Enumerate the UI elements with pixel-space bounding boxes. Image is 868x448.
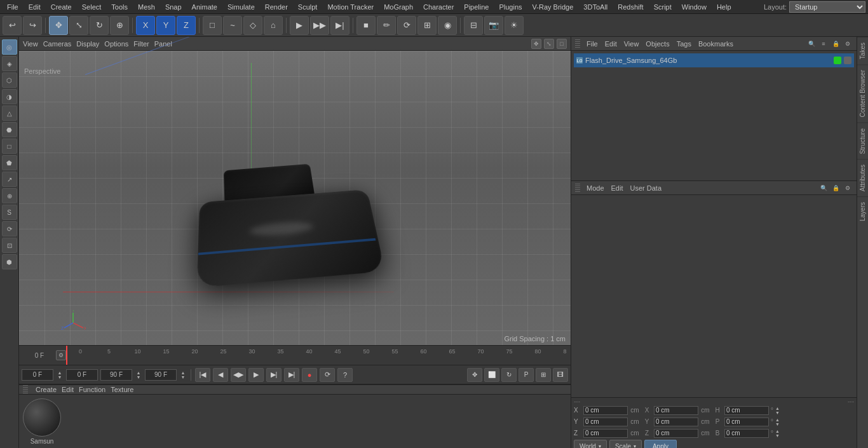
light-button[interactable]: ☀ <box>505 16 524 35</box>
attr-lock-icon[interactable]: 🔒 <box>831 183 841 193</box>
end-spin-down-2[interactable]: ▼ <box>181 375 186 379</box>
left-icon-13[interactable]: ⬢ <box>2 254 17 269</box>
left-icon-5[interactable]: ⬣ <box>2 122 17 137</box>
layout-dropdown[interactable]: Startup <box>789 1 865 13</box>
timeline-settings-btn[interactable]: ⚙ <box>56 350 66 360</box>
current-frame-field[interactable]: 0 F <box>66 369 98 381</box>
viewport[interactable]: View Cameras Display Options Filter Pane… <box>19 37 571 345</box>
attr-menu-mode[interactable]: Mode <box>583 184 607 192</box>
loop-button[interactable]: ⟳ <box>397 16 416 35</box>
attr-menu-user-data[interactable]: User Data <box>627 184 665 192</box>
render-view-button[interactable]: ▶ <box>290 16 309 35</box>
start-spin-down[interactable]: ▼ <box>58 375 62 379</box>
end-frame-spin-2[interactable]: ▲ ▼ <box>179 369 187 381</box>
timeline[interactable]: 0 F ⚙ 0 5 10 15 20 25 30 35 40 45 50 55 … <box>19 345 571 365</box>
pb-render-icon[interactable]: 🎞 <box>553 368 568 382</box>
menu-character[interactable]: Character <box>419 2 458 12</box>
step-forward-button[interactable]: ▶| <box>266 368 281 382</box>
obj-menu-file[interactable]: File <box>583 40 601 48</box>
b-spin-up[interactable]: ▲ <box>775 429 782 433</box>
render-to-po-button[interactable]: ▶| <box>330 16 349 35</box>
axis-z-button[interactable]: Z <box>177 16 196 35</box>
subdivide-button[interactable]: ⊞ <box>417 16 437 35</box>
menu-script[interactable]: Script <box>649 2 676 12</box>
obj-menu-edit[interactable]: Edit <box>602 40 620 48</box>
vp-corner-btn-1[interactable]: ✥ <box>531 39 541 49</box>
attr-search-icon[interactable]: 🔍 <box>818 183 829 193</box>
go-to-end-button[interactable]: ▶| <box>284 368 299 382</box>
start-frame-field[interactable]: 0 F <box>22 369 53 381</box>
menu-window[interactable]: Window <box>677 2 711 12</box>
coord-b-spin[interactable]: ▲ ▼ <box>775 429 782 438</box>
left-icon-3[interactable]: ◑ <box>2 89 17 104</box>
coord-x-pos[interactable]: 0 cm <box>583 406 628 415</box>
side-tab-layers[interactable]: Layers <box>857 196 868 226</box>
vp-corner-btn-2[interactable]: ⤡ <box>544 39 554 49</box>
grid-button[interactable]: ⊟ <box>464 16 483 35</box>
left-icon-7[interactable]: ⬟ <box>2 155 17 170</box>
attr-settings-icon[interactable]: ⚙ <box>843 183 853 193</box>
pb-pos-tool[interactable]: P <box>519 368 534 382</box>
vp-corner-btn-3[interactable]: □ <box>557 39 567 49</box>
h-spin-down[interactable]: ▼ <box>775 411 782 415</box>
mat-menu-texture[interactable]: Texture <box>111 386 133 393</box>
menu-simulate[interactable]: Simulate <box>223 2 259 12</box>
left-icon-12[interactable]: ⊡ <box>2 238 17 253</box>
coord-h-size[interactable]: 0 cm <box>724 406 769 415</box>
vp-menu-filter[interactable]: Filter <box>133 40 149 48</box>
obj-menu-bookmarks[interactable]: Bookmarks <box>695 40 736 48</box>
render-all-button[interactable]: ▶▶ <box>310 16 329 35</box>
play-button[interactable]: ▶ <box>248 368 264 382</box>
coord-h-spin[interactable]: ▲ ▼ <box>775 406 782 415</box>
menu-plugins[interactable]: Plugins <box>494 2 526 12</box>
world-button[interactable]: World ▾ <box>574 440 607 448</box>
menu-redshift[interactable]: Redshift <box>613 2 648 12</box>
menu-render[interactable]: Render <box>261 2 292 12</box>
help-button[interactable]: ? <box>337 368 353 382</box>
object-row-flash-drive[interactable]: L0 Flash_Drive_Samsung_64Gb <box>574 53 854 67</box>
camera-button[interactable]: 📷 <box>484 16 503 35</box>
end-frame-spin[interactable]: ▲ ▼ <box>135 369 142 381</box>
menu-sculpt[interactable]: Sculpt <box>294 2 322 12</box>
left-icon-11[interactable]: ⟳ <box>2 221 17 236</box>
transform-tool-button[interactable]: ⊕ <box>110 16 129 35</box>
coord-z-pos[interactable]: 0 cm <box>583 429 628 438</box>
start-frame-spin[interactable]: ▲ ▼ <box>56 369 64 381</box>
coord-b-size[interactable]: 0 cm <box>724 429 769 438</box>
vp-menu-display[interactable]: Display <box>76 40 99 48</box>
step-back-button[interactable]: ◀ <box>213 368 228 382</box>
menu-vray[interactable]: V-Ray Bridge <box>528 2 578 12</box>
side-tab-takes[interactable]: Takes <box>857 37 868 64</box>
timeline-scrubber[interactable]: 0 5 10 15 20 25 30 35 40 45 50 55 60 65 … <box>66 346 567 365</box>
left-icon-0[interactable]: ◎ <box>2 39 17 55</box>
deform-button[interactable]: ⌂ <box>264 16 283 35</box>
usb-flash-drive[interactable] <box>173 159 377 286</box>
b-spin-down[interactable]: ▼ <box>775 433 782 438</box>
obj-search-icon[interactable]: 🔍 <box>806 39 817 49</box>
end-spin-down[interactable]: ▼ <box>137 375 141 379</box>
pen-button[interactable]: ✏ <box>377 16 396 35</box>
obj-menu-tags[interactable]: Tags <box>674 40 695 48</box>
menu-animate[interactable]: Animate <box>187 2 222 12</box>
move-tool-button[interactable]: ✥ <box>49 16 68 35</box>
paint-button[interactable]: ◉ <box>438 16 457 35</box>
obj-menu-objects[interactable]: Objects <box>642 40 672 48</box>
p-spin-up[interactable]: ▲ <box>775 417 782 422</box>
pb-grid-tool[interactable]: ⊞ <box>536 368 551 382</box>
left-icon-9[interactable]: ⊕ <box>2 188 17 203</box>
apply-button[interactable]: Apply <box>644 440 677 448</box>
object-mode-button[interactable]: □ <box>203 16 222 35</box>
loop-button[interactable]: ⟳ <box>320 368 335 382</box>
undo-button[interactable]: ↩ <box>3 16 22 35</box>
end-spin-up[interactable]: ▲ <box>137 370 141 375</box>
mat-menu-create[interactable]: Create <box>36 386 57 393</box>
obj-status-green[interactable] <box>834 57 841 64</box>
vp-menu-cameras[interactable]: Cameras <box>43 40 72 48</box>
left-icon-4[interactable]: △ <box>2 105 17 121</box>
nurbs-button[interactable]: ◇ <box>243 16 262 35</box>
menu-tools[interactable]: Tools <box>107 2 132 12</box>
coord-x-rot[interactable]: 0 cm <box>654 406 698 415</box>
pb-scale-tool[interactable]: ⬜ <box>484 368 499 382</box>
viewport-canvas[interactable]: X Y Z Perspective Grid Spacing : 1 cm <box>19 51 571 345</box>
h-spin-up[interactable]: ▲ <box>775 406 782 411</box>
